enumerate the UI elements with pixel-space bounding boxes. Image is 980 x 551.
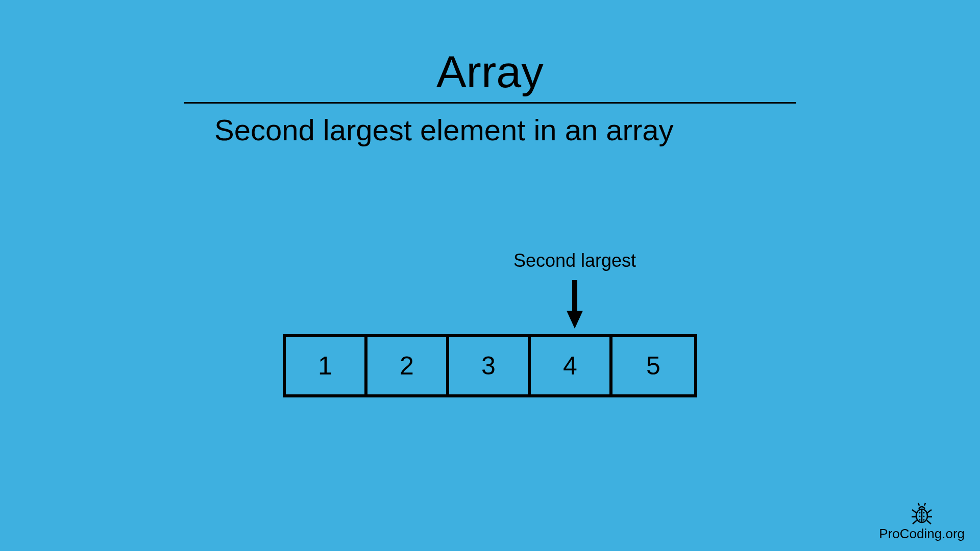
title-block: Array Second largest element in an array <box>184 46 796 147</box>
arrow-down-icon <box>565 278 585 331</box>
subtitle: Second largest element in an array <box>184 113 796 147</box>
array-cell: 3 <box>449 337 531 394</box>
brand-text: ProCoding.org <box>879 526 965 541</box>
svg-point-17 <box>923 519 925 521</box>
svg-line-7 <box>927 510 932 513</box>
pointer-label: Second largest <box>508 250 641 271</box>
array-container: 12345 <box>283 334 697 397</box>
svg-line-10 <box>913 520 917 524</box>
title-divider <box>184 102 796 104</box>
svg-point-16 <box>919 519 921 521</box>
array-cell: 5 <box>612 337 694 394</box>
main-title: Array <box>184 46 796 98</box>
svg-point-15 <box>923 516 925 517</box>
brand-logo: ProCoding.org <box>879 503 965 542</box>
svg-point-13 <box>923 512 925 514</box>
svg-line-11 <box>927 520 931 524</box>
svg-point-14 <box>919 516 921 517</box>
svg-line-5 <box>924 503 925 506</box>
svg-marker-1 <box>567 311 583 329</box>
svg-line-6 <box>912 510 916 513</box>
svg-point-12 <box>919 512 921 514</box>
array-cell: 2 <box>368 337 449 394</box>
array-cell: 4 <box>531 337 612 394</box>
svg-line-4 <box>918 503 919 506</box>
array-cell: 1 <box>286 337 368 394</box>
bug-icon <box>911 503 933 525</box>
